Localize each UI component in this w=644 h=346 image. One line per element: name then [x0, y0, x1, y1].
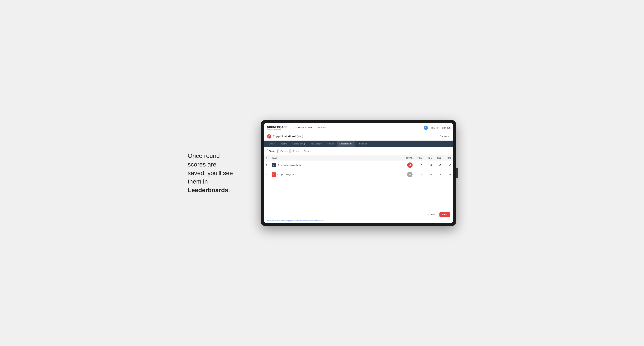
filter-teams[interactable]: Teams	[267, 149, 278, 153]
col-thru: THRU	[414, 155, 424, 161]
rd3-1: -6	[443, 161, 453, 170]
tablet-device: SCOREBOARD Powered by clippd TOURNAMENTS…	[260, 120, 456, 226]
team-cell-2: C Clippd College [A]	[270, 170, 403, 179]
filter-players[interactable]: Players	[278, 149, 290, 153]
tab-details[interactable]: Details	[266, 141, 278, 147]
tab-results[interactable]: Results	[324, 141, 337, 147]
rd2-1: +5	[434, 161, 443, 170]
tab-printables[interactable]: Printables	[355, 141, 370, 147]
footer-save-button[interactable]: Save	[440, 212, 450, 217]
table-row: 2 C Clippd College [A] +3	[264, 170, 453, 179]
user-avatar: S	[424, 126, 428, 130]
sign-out-link[interactable]: Sign out	[442, 127, 450, 129]
total-1: -5	[403, 161, 414, 170]
tournament-gender: (Men)	[297, 135, 303, 138]
team-name-1: Scoreboard University [A]	[278, 164, 302, 166]
nav-separator: |	[440, 127, 440, 129]
nav-right: S Test User | Sign out	[424, 126, 450, 130]
tab-leaderboards[interactable]: Leaderboards	[337, 141, 355, 147]
team-logo-1: S	[272, 163, 276, 167]
table-row: 1 S Scoreboard University [A]	[264, 161, 453, 170]
footer-cancel-button[interactable]: Cancel	[426, 212, 438, 217]
rd2-2: -8	[434, 170, 443, 179]
side-tab-button[interactable]	[456, 168, 458, 178]
rank-1: 1	[264, 161, 270, 170]
col-rank: #	[264, 155, 270, 161]
team-logo-2: C	[272, 173, 276, 177]
team-cell-1: S Scoreboard University [A]	[270, 161, 403, 170]
filter-scores[interactable]: Scores	[290, 149, 301, 153]
rd3-2: +3	[443, 170, 453, 179]
filter-strokes[interactable]: Strokes	[302, 149, 313, 153]
tab-course-setup[interactable]: Course Setup	[290, 141, 308, 147]
thru-1: F	[414, 161, 424, 170]
filter-bar: Teams Players Scores Strokes	[264, 147, 453, 155]
tab-tee-groups[interactable]: Tee Groups	[308, 141, 324, 147]
nav-links: TOURNAMENTS TEAMS	[293, 126, 420, 130]
rd1-1: -4	[424, 161, 434, 170]
total-2: +3	[403, 170, 414, 179]
tab-teams[interactable]: Teams	[278, 141, 290, 147]
col-rd2: RD2	[434, 155, 443, 161]
col-rd3: RD3	[443, 155, 453, 161]
leaderboard-table: # TEAM TOTAL THRU RD1 RD2 RD3 1	[264, 155, 453, 179]
url-bar: https://stage-blue-coach.stagescoreboard…	[264, 219, 453, 223]
leaderboard-table-container: # TEAM TOTAL THRU RD1 RD2 RD3 1	[264, 155, 453, 210]
user-name: Test User	[430, 127, 438, 129]
score-badge-1: -5	[407, 163, 412, 168]
tablet-screen: SCOREBOARD Powered by clippd TOURNAMENTS…	[264, 123, 453, 223]
score-badge-2: +3	[407, 172, 412, 177]
footer: Cancel Save	[264, 210, 453, 219]
tab-navigation: Details Teams Course Setup Tee Groups Re…	[264, 141, 453, 147]
col-rd1: RD1	[424, 155, 434, 161]
team-name-2: Clippd College [A]	[278, 173, 294, 176]
logo-text: SCOREBOARD	[267, 126, 288, 128]
nav-teams[interactable]: TEAMS	[316, 126, 328, 130]
nav-tournaments[interactable]: TOURNAMENTS	[293, 126, 315, 130]
rank-2: 2	[264, 170, 270, 179]
rd1-2: +8	[424, 170, 434, 179]
logo-area: SCOREBOARD Powered by clippd	[267, 126, 288, 130]
logo-sub: Powered by clippd	[267, 128, 288, 130]
left-description: Once round scores are saved, you'll see …	[188, 152, 249, 194]
col-total: TOTAL	[403, 155, 414, 161]
table-header-row: # TEAM TOTAL THRU RD1 RD2 RD3	[264, 155, 453, 161]
tournament-name: Clippd Invitational	[273, 135, 296, 138]
tournament-logo: C	[267, 134, 271, 139]
tournament-cancel-btn[interactable]: Cancel ✕	[440, 135, 450, 138]
col-team: TEAM	[270, 155, 403, 161]
tournament-header: C Clippd Invitational (Men) Cancel ✕	[264, 132, 453, 141]
thru-2: F	[414, 170, 424, 179]
top-nav: SCOREBOARD Powered by clippd TOURNAMENTS…	[264, 123, 453, 132]
